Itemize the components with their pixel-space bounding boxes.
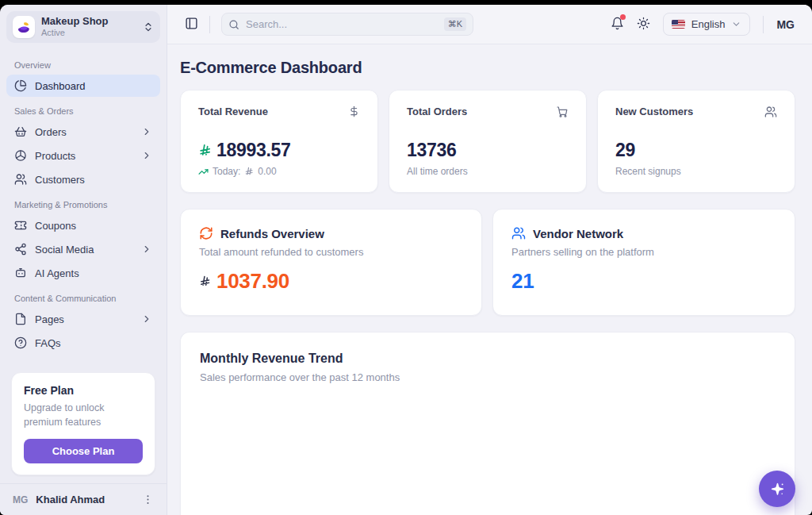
store-name: Makeup Shop — [41, 16, 136, 28]
sidebar-item-label: AI Agents — [35, 267, 152, 279]
vendor-network-card: Vendor Network Partners selling on the p… — [492, 209, 795, 316]
stats-row: Total Revenue 18993.57 Today: 0.00 — [180, 90, 795, 193]
stat-value: 18993.57 — [216, 140, 291, 161]
panel-left-icon — [185, 17, 198, 33]
pie-chart-icon — [14, 79, 27, 92]
sidebar-item-label: Dashboard — [35, 80, 152, 92]
trending-up-icon — [198, 167, 209, 177]
sidebar-item-products[interactable]: Products — [6, 144, 160, 167]
riyal-icon — [199, 275, 211, 287]
sidebar-item-label: FAQs — [35, 337, 152, 349]
notification-dot — [620, 14, 626, 20]
bot-icon — [14, 267, 27, 279]
refunds-overview-card: Refunds Overview Total amount refunded t… — [180, 209, 482, 316]
vendors-value: 21 — [511, 269, 534, 294]
stat-card-total-revenue: Total Revenue 18993.57 Today: 0.00 — [180, 90, 378, 193]
overview-row: Refunds Overview Total amount refunded t… — [180, 209, 795, 316]
makeup-logo-icon — [13, 16, 35, 38]
chart-subtitle: Sales performance over the past 12 month… — [200, 371, 776, 383]
notifications-button[interactable] — [611, 17, 624, 33]
section-label-marketing: Marketing & Promotions — [14, 200, 152, 209]
stat-label: Total Orders — [407, 106, 467, 117]
section-label-content: Content & Communication — [14, 294, 152, 303]
app-window: Makeup Shop Active Overview Dashboard Sa… — [0, 5, 812, 515]
sidebar: Makeup Shop Active Overview Dashboard Sa… — [0, 5, 167, 515]
card-description: Partners selling on the platform — [511, 246, 776, 258]
riyal-icon — [244, 167, 254, 176]
users-icon — [14, 173, 27, 186]
chevron-right-icon — [141, 313, 152, 325]
sidebar-item-label: Customers — [35, 174, 152, 186]
search-input[interactable] — [246, 18, 438, 30]
users-icon — [764, 106, 777, 118]
language-label: English — [691, 18, 726, 30]
plan-title: Free Plan — [24, 384, 143, 397]
dashboard-content: E-Commerce Dashboard Total Revenue 18993… — [167, 44, 812, 515]
sidebar-item-label: Orders — [35, 126, 133, 138]
chevron-right-icon — [141, 150, 152, 161]
search-box[interactable]: ⌘K — [221, 13, 473, 36]
stat-label: Total Revenue — [198, 106, 268, 117]
sidebar-item-label: Pages — [35, 313, 133, 325]
search-shortcut-badge: ⌘K — [444, 17, 466, 31]
monthly-revenue-trend-card: Monthly Revenue Trend Sales performance … — [180, 332, 795, 515]
topbar-divider — [209, 16, 210, 33]
chart-title: Monthly Revenue Trend — [200, 352, 776, 366]
stat-label: New Customers — [615, 106, 693, 117]
chevron-right-icon — [141, 244, 152, 255]
search-icon — [228, 19, 239, 30]
stat-value: 29 — [615, 140, 635, 161]
stat-card-new-customers: New Customers 29 Recent signups — [597, 90, 795, 193]
topbar: ⌘K English MG — [167, 5, 812, 44]
sparkles-icon — [769, 481, 786, 498]
chevron-right-icon — [141, 126, 152, 137]
card-title: Refunds Overview — [220, 227, 324, 240]
sidebar-item-dashboard[interactable]: Dashboard — [6, 75, 160, 97]
user-avatar-initials: MG — [13, 494, 28, 505]
topbar-divider — [763, 16, 764, 33]
language-selector[interactable]: English — [663, 13, 751, 36]
choose-plan-button[interactable]: Choose Plan — [24, 439, 143, 463]
section-label-sales-orders: Sales & Orders — [14, 106, 152, 116]
share-icon — [14, 243, 27, 256]
stat-card-total-orders: Total Orders 13736 All time orders — [389, 90, 587, 193]
sidebar-nav: Overview Dashboard Sales & Orders Orders… — [0, 49, 167, 364]
store-switcher[interactable]: Makeup Shop Active — [6, 11, 160, 43]
kebab-menu-icon[interactable] — [142, 494, 154, 505]
sidebar-item-faqs[interactable]: FAQs — [6, 332, 160, 354]
basket-icon — [14, 125, 27, 138]
topbar-avatar[interactable]: MG — [776, 18, 795, 31]
main-area: ⌘K English MG E-Commerce — [167, 5, 812, 515]
ai-assistant-fab[interactable] — [759, 471, 795, 507]
chevron-down-icon — [731, 19, 741, 29]
stat-sub-prefix: Today: — [213, 166, 240, 177]
sidebar-item-orders[interactable]: Orders — [6, 121, 160, 143]
sidebar-item-label: Products — [35, 150, 133, 162]
store-status: Active — [41, 28, 136, 38]
users-icon — [511, 226, 526, 240]
chevrons-up-down-icon — [143, 21, 154, 33]
refresh-icon — [199, 226, 213, 240]
us-flag-icon — [672, 20, 685, 29]
package-icon — [14, 149, 27, 162]
theme-toggle-button[interactable] — [637, 17, 650, 33]
stat-value: 13736 — [407, 140, 456, 161]
sidebar-item-label: Coupons — [35, 220, 152, 232]
plan-description: Upgrade to unlock premium features — [24, 401, 143, 429]
sidebar-item-customers[interactable]: Customers — [6, 168, 160, 190]
riyal-icon — [198, 144, 212, 157]
sidebar-item-social-media[interactable]: Social Media — [6, 238, 160, 260]
ticket-icon — [14, 219, 27, 232]
plan-card: Free Plan Upgrade to unlock premium feat… — [11, 372, 155, 475]
sidebar-user[interactable]: MG Khalid Ahmad — [0, 483, 167, 515]
card-description: Total amount refunded to customers — [199, 246, 463, 258]
sidebar-item-label: Social Media — [35, 244, 133, 256]
help-circle-icon — [14, 336, 27, 349]
sidebar-toggle-button[interactable] — [185, 17, 198, 33]
sidebar-item-coupons[interactable]: Coupons — [6, 214, 160, 236]
stat-sub-value: 0.00 — [258, 166, 276, 177]
section-label-overview: Overview — [14, 60, 152, 70]
sidebar-item-pages[interactable]: Pages — [6, 308, 160, 330]
sidebar-item-ai-agents[interactable]: AI Agents — [6, 262, 160, 284]
refunds-value: 1037.90 — [216, 269, 289, 294]
